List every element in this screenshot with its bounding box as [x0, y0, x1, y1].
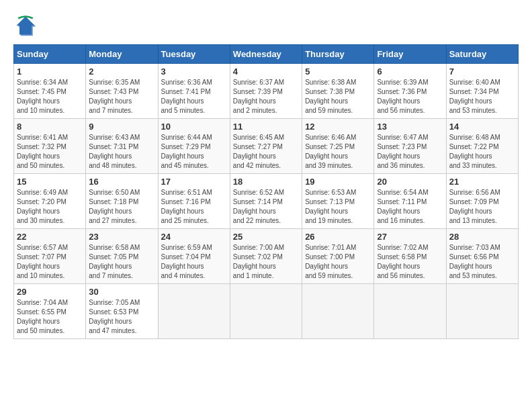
calendar-cell: 15 Sunrise: 6:49 AMSunset: 7:20 PMDaylig…: [14, 174, 86, 229]
day-number: 27: [377, 232, 443, 242]
page-header: [13, 13, 519, 38]
day-number: 5: [305, 66, 371, 77]
day-info: Sunrise: 6:50 AMSunset: 7:18 PMDaylight …: [89, 188, 154, 226]
column-header-sunday: Sunday: [14, 45, 86, 64]
calendar-cell: 11 Sunrise: 6:45 AMSunset: 7:27 PMDaylig…: [230, 119, 302, 174]
day-number: 11: [233, 122, 299, 132]
day-info: Sunrise: 6:49 AMSunset: 7:20 PMDaylight …: [17, 188, 83, 226]
calendar-table: SundayMondayTuesdayWednesdayThursdayFrid…: [13, 44, 519, 339]
day-number: 19: [305, 177, 371, 187]
day-number: 17: [161, 177, 227, 187]
column-header-tuesday: Tuesday: [158, 45, 230, 64]
calendar-cell: 4 Sunrise: 6:37 AMSunset: 7:39 PMDayligh…: [230, 64, 302, 119]
day-info: Sunrise: 6:59 AMSunset: 7:04 PMDaylight …: [161, 243, 227, 281]
calendar-cell: 25 Sunrise: 7:00 AMSunset: 7:02 PMDaylig…: [230, 229, 302, 284]
column-header-wednesday: Wednesday: [230, 45, 302, 64]
calendar-cell: 22 Sunrise: 6:57 AMSunset: 7:07 PMDaylig…: [14, 229, 86, 284]
calendar-week-row: 15 Sunrise: 6:49 AMSunset: 7:20 PMDaylig…: [14, 174, 519, 229]
calendar-cell: 24 Sunrise: 6:59 AMSunset: 7:04 PMDaylig…: [158, 229, 230, 284]
day-info: Sunrise: 7:02 AMSunset: 6:58 PMDaylight …: [377, 243, 443, 281]
column-header-saturday: Saturday: [446, 45, 518, 64]
calendar-cell: [230, 284, 302, 339]
day-info: Sunrise: 7:00 AMSunset: 7:02 PMDaylight …: [233, 243, 299, 281]
day-number: 18: [233, 177, 299, 187]
day-info: Sunrise: 6:57 AMSunset: 7:07 PMDaylight …: [17, 243, 83, 281]
calendar-cell: 27 Sunrise: 7:02 AMSunset: 6:58 PMDaylig…: [374, 229, 446, 284]
calendar-cell: 9 Sunrise: 6:43 AMSunset: 7:31 PMDayligh…: [86, 119, 158, 174]
calendar-cell: 19 Sunrise: 6:53 AMSunset: 7:13 PMDaylig…: [302, 174, 374, 229]
calendar-cell: 21 Sunrise: 6:56 AMSunset: 7:09 PMDaylig…: [446, 174, 518, 229]
calendar-cell: 12 Sunrise: 6:46 AMSunset: 7:25 PMDaylig…: [302, 119, 374, 174]
day-info: Sunrise: 6:47 AMSunset: 7:23 PMDaylight …: [377, 133, 443, 171]
calendar-cell: [302, 284, 374, 339]
day-number: 2: [89, 66, 154, 77]
day-info: Sunrise: 6:46 AMSunset: 7:25 PMDaylight …: [305, 133, 371, 171]
calendar-cell: 17 Sunrise: 6:51 AMSunset: 7:16 PMDaylig…: [158, 174, 230, 229]
calendar-week-row: 29 Sunrise: 7:04 AMSunset: 6:55 PMDaylig…: [14, 284, 519, 339]
calendar-cell: 14 Sunrise: 6:48 AMSunset: 7:22 PMDaylig…: [446, 119, 518, 174]
day-info: Sunrise: 6:54 AMSunset: 7:11 PMDaylight …: [377, 188, 443, 226]
calendar-cell: 2 Sunrise: 6:35 AMSunset: 7:43 PMDayligh…: [86, 64, 158, 119]
day-number: 4: [233, 66, 299, 77]
calendar-header-row: SundayMondayTuesdayWednesdayThursdayFrid…: [14, 45, 519, 64]
day-number: 3: [161, 66, 227, 77]
day-number: 7: [449, 66, 515, 77]
day-info: Sunrise: 6:48 AMSunset: 7:22 PMDaylight …: [449, 133, 515, 171]
day-number: 30: [89, 287, 154, 297]
day-number: 21: [449, 177, 515, 187]
calendar-cell: 18 Sunrise: 6:52 AMSunset: 7:14 PMDaylig…: [230, 174, 302, 229]
day-info: Sunrise: 6:34 AMSunset: 7:45 PMDaylight …: [17, 78, 83, 116]
day-number: 12: [305, 122, 371, 132]
day-number: 22: [17, 232, 83, 242]
calendar-cell: [374, 284, 446, 339]
calendar-cell: 28 Sunrise: 7:03 AMSunset: 6:56 PMDaylig…: [446, 229, 518, 284]
calendar-cell: 16 Sunrise: 6:50 AMSunset: 7:18 PMDaylig…: [86, 174, 158, 229]
calendar-cell: 3 Sunrise: 6:36 AMSunset: 7:41 PMDayligh…: [158, 64, 230, 119]
day-number: 20: [377, 177, 443, 187]
day-info: Sunrise: 7:03 AMSunset: 6:56 PMDaylight …: [449, 243, 515, 281]
day-number: 16: [89, 177, 154, 187]
day-info: Sunrise: 6:36 AMSunset: 7:41 PMDaylight …: [161, 78, 227, 116]
day-info: Sunrise: 6:52 AMSunset: 7:14 PMDaylight …: [233, 188, 299, 226]
day-info: Sunrise: 7:01 AMSunset: 7:00 PMDaylight …: [305, 243, 371, 281]
calendar-cell: 5 Sunrise: 6:38 AMSunset: 7:38 PMDayligh…: [302, 64, 374, 119]
day-info: Sunrise: 6:39 AMSunset: 7:36 PMDaylight …: [377, 78, 443, 116]
calendar-cell: 8 Sunrise: 6:41 AMSunset: 7:32 PMDayligh…: [14, 119, 86, 174]
day-info: Sunrise: 6:43 AMSunset: 7:31 PMDaylight …: [89, 133, 154, 171]
day-info: Sunrise: 6:51 AMSunset: 7:16 PMDaylight …: [161, 188, 227, 226]
calendar-cell: 20 Sunrise: 6:54 AMSunset: 7:11 PMDaylig…: [374, 174, 446, 229]
calendar-cell: 1 Sunrise: 6:34 AMSunset: 7:45 PMDayligh…: [14, 64, 86, 119]
column-header-friday: Friday: [374, 45, 446, 64]
calendar-cell: 23 Sunrise: 6:58 AMSunset: 7:05 PMDaylig…: [86, 229, 158, 284]
day-info: Sunrise: 7:04 AMSunset: 6:55 PMDaylight …: [17, 298, 83, 336]
calendar-cell: 13 Sunrise: 6:47 AMSunset: 7:23 PMDaylig…: [374, 119, 446, 174]
day-number: 10: [161, 122, 227, 132]
calendar-cell: 7 Sunrise: 6:40 AMSunset: 7:34 PMDayligh…: [446, 64, 518, 119]
logo-icon: [13, 13, 38, 38]
calendar-week-row: 22 Sunrise: 6:57 AMSunset: 7:07 PMDaylig…: [14, 229, 519, 284]
column-header-thursday: Thursday: [302, 45, 374, 64]
day-number: 9: [89, 122, 154, 132]
logo: [13, 13, 40, 38]
column-header-monday: Monday: [86, 45, 158, 64]
day-number: 8: [17, 122, 83, 132]
calendar-cell: [446, 284, 518, 339]
day-number: 15: [17, 177, 83, 187]
day-info: Sunrise: 6:40 AMSunset: 7:34 PMDaylight …: [449, 78, 515, 116]
day-number: 26: [305, 232, 371, 242]
calendar-cell: 6 Sunrise: 6:39 AMSunset: 7:36 PMDayligh…: [374, 64, 446, 119]
day-info: Sunrise: 6:53 AMSunset: 7:13 PMDaylight …: [305, 188, 371, 226]
day-info: Sunrise: 6:44 AMSunset: 7:29 PMDaylight …: [161, 133, 227, 171]
calendar-week-row: 8 Sunrise: 6:41 AMSunset: 7:32 PMDayligh…: [14, 119, 519, 174]
day-info: Sunrise: 6:38 AMSunset: 7:38 PMDaylight …: [305, 78, 371, 116]
day-number: 23: [89, 232, 154, 242]
day-info: Sunrise: 6:37 AMSunset: 7:39 PMDaylight …: [233, 78, 299, 116]
calendar-cell: 30 Sunrise: 7:05 AMSunset: 6:53 PMDaylig…: [86, 284, 158, 339]
calendar-cell: 29 Sunrise: 7:04 AMSunset: 6:55 PMDaylig…: [14, 284, 86, 339]
day-number: 29: [17, 287, 83, 297]
day-info: Sunrise: 7:05 AMSunset: 6:53 PMDaylight …: [89, 298, 154, 336]
day-info: Sunrise: 6:56 AMSunset: 7:09 PMDaylight …: [449, 188, 515, 226]
day-number: 6: [377, 66, 443, 77]
day-number: 25: [233, 232, 299, 242]
day-number: 1: [17, 66, 83, 77]
